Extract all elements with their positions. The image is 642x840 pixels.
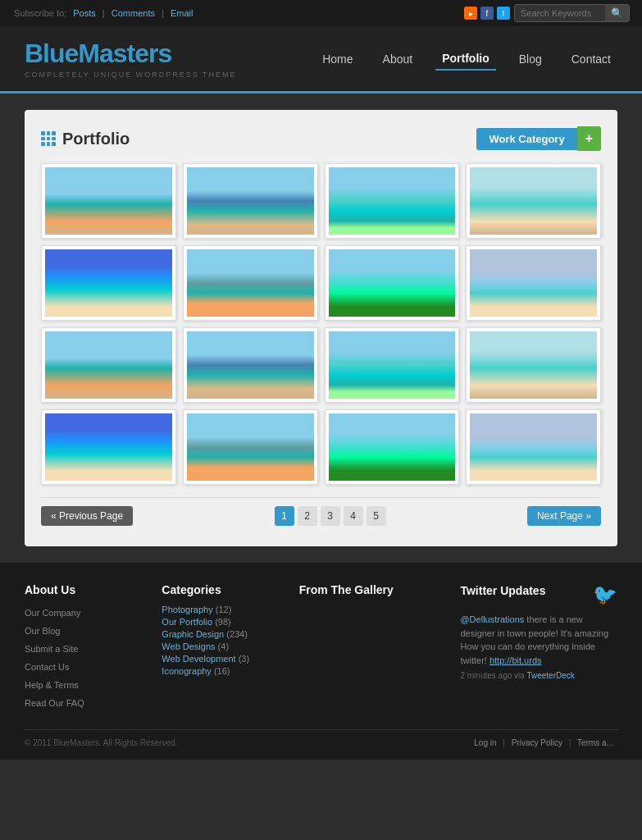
page-2[interactable]: 2: [298, 506, 317, 526]
table-row[interactable]: [183, 245, 318, 321]
portfolio-image: [187, 331, 314, 399]
footer-gallery: From The Gallery: [299, 583, 444, 713]
page-3[interactable]: 3: [321, 506, 340, 526]
portfolio-image: [45, 167, 172, 235]
copyright: © 2011 BlueMasters. All Rights Reserved.: [25, 738, 177, 747]
tweeterdeck-link[interactable]: TweeterDeck: [526, 671, 574, 680]
category-photography: Photography (12): [162, 605, 282, 614]
table-row[interactable]: [466, 163, 601, 239]
comments-link[interactable]: Comments: [112, 8, 155, 18]
portfolio-image: [45, 249, 172, 317]
page-1[interactable]: 1: [275, 506, 294, 526]
portfolio-image: [45, 413, 172, 481]
pagination: « Previous Page 1 2 3 4 5 Next Page »: [41, 497, 601, 530]
terms-link[interactable]: Terms a...: [577, 738, 613, 747]
table-row[interactable]: [183, 163, 318, 239]
portfolio-header: Portfolio Work Category +: [41, 126, 601, 151]
table-row[interactable]: [325, 327, 460, 403]
social-icons: ▸ f t: [464, 7, 510, 20]
table-row[interactable]: [466, 245, 601, 321]
search-input[interactable]: [515, 6, 605, 21]
work-category-label[interactable]: Work Category: [476, 128, 576, 150]
subscribe-label: Subscribe to:: [14, 8, 66, 18]
table-row[interactable]: [41, 327, 176, 403]
topbar-subscribe: Subscribe to: Posts | Comments | Email: [12, 8, 195, 18]
portfolio-image: [45, 331, 172, 399]
work-category-btn[interactable]: Work Category +: [476, 126, 601, 151]
table-row[interactable]: [41, 245, 176, 321]
nav-about[interactable]: About: [376, 48, 420, 70]
footer: About Us Our Company Our Blog Submit a S…: [0, 563, 642, 760]
portfolio-image: [329, 413, 456, 481]
portfolio-grid: [41, 163, 601, 485]
table-row[interactable]: [183, 327, 318, 403]
nav-blog[interactable]: Blog: [512, 48, 549, 70]
logo-white: Masters: [78, 39, 171, 68]
about-us-links: Our Company Our Blog Submit a Site Conta…: [25, 605, 145, 710]
posts-link[interactable]: Posts: [73, 8, 96, 18]
portfolio-image: [329, 249, 456, 317]
page-5[interactable]: 5: [367, 506, 386, 526]
twitter-heading: Twitter Updates: [460, 584, 545, 597]
category-webdesign: Web Designs (4): [162, 641, 282, 651]
about-link-2[interactable]: Our Blog: [25, 626, 60, 636]
logo: BlueMasters Completely Unique WordPress …: [25, 39, 237, 79]
footer-bottom: © 2011 BlueMasters. All Rights Reserved.…: [25, 729, 617, 747]
portfolio-image: [187, 167, 314, 235]
about-link-6[interactable]: Read Our FAQ: [25, 698, 84, 708]
nav-contact[interactable]: Contact: [565, 48, 617, 70]
table-row[interactable]: [466, 327, 601, 403]
nav-home[interactable]: Home: [316, 48, 359, 70]
search-box[interactable]: 🔍: [514, 4, 630, 22]
prev-page-button[interactable]: « Previous Page: [41, 506, 133, 526]
work-category-plus[interactable]: +: [577, 126, 601, 151]
table-row[interactable]: [183, 409, 318, 485]
about-link-5[interactable]: Help & Terms: [25, 680, 79, 690]
portfolio-image: [470, 413, 597, 481]
about-link-3[interactable]: Submit a Site: [25, 644, 78, 654]
table-row[interactable]: [41, 409, 176, 485]
footer-about-us: About Us Our Company Our Blog Submit a S…: [25, 583, 145, 713]
table-row[interactable]: [466, 409, 601, 485]
portfolio-panel: Portfolio Work Category +: [25, 110, 617, 546]
portfolio-image: [470, 249, 597, 317]
about-link-1[interactable]: Our Company: [25, 608, 80, 618]
gallery-heading: From The Gallery: [299, 583, 444, 596]
table-row[interactable]: [325, 409, 460, 485]
privacy-link[interactable]: Privacy Policy: [512, 738, 562, 747]
email-link[interactable]: Email: [171, 8, 194, 18]
rss-icon[interactable]: ▸: [464, 7, 477, 20]
footer-twitter: Twitter Updates 🐦 @Dellustrations there …: [460, 583, 617, 713]
category-webdev: Web Development (3): [162, 654, 282, 664]
header: BlueMasters Completely Unique WordPress …: [0, 26, 642, 94]
category-graphic: Graphic Design (234): [162, 629, 282, 639]
portfolio-image: [470, 167, 597, 235]
twitter-tweet: @Dellustrations there is a new designer …: [460, 613, 617, 667]
twitter-header: Twitter Updates 🐦: [460, 583, 617, 606]
grid-icon: [41, 131, 56, 146]
page-4[interactable]: 4: [344, 506, 363, 526]
categories-heading: Categories: [162, 583, 282, 596]
table-row[interactable]: [325, 163, 460, 239]
table-row[interactable]: [325, 245, 460, 321]
table-row[interactable]: [41, 163, 176, 239]
main-wrapper: Portfolio Work Category +: [0, 94, 642, 563]
page-numbers: 1 2 3 4 5: [275, 506, 386, 526]
twitter-icon[interactable]: t: [497, 7, 510, 20]
facebook-icon[interactable]: f: [480, 7, 494, 20]
footer-grid: About Us Our Company Our Blog Submit a S…: [25, 583, 617, 713]
next-page-button[interactable]: Next Page »: [527, 506, 601, 526]
portfolio-image: [329, 331, 456, 399]
tweet-link[interactable]: http://bit.urds: [489, 655, 542, 665]
login-link[interactable]: Log in: [474, 738, 496, 747]
tweet-time-label: 2 minutes ago via: [460, 671, 526, 680]
portfolio-title: Portfolio: [41, 130, 130, 148]
about-link-4[interactable]: Contact Us: [25, 662, 69, 672]
search-button[interactable]: 🔍: [605, 5, 629, 21]
twitter-username[interactable]: @Dellustrations: [460, 614, 524, 624]
about-us-heading: About Us: [25, 583, 145, 596]
portfolio-image: [187, 249, 314, 317]
portfolio-image: [187, 413, 314, 481]
nav-portfolio[interactable]: Portfolio: [435, 48, 496, 71]
logo-blue: Blue: [25, 39, 78, 68]
